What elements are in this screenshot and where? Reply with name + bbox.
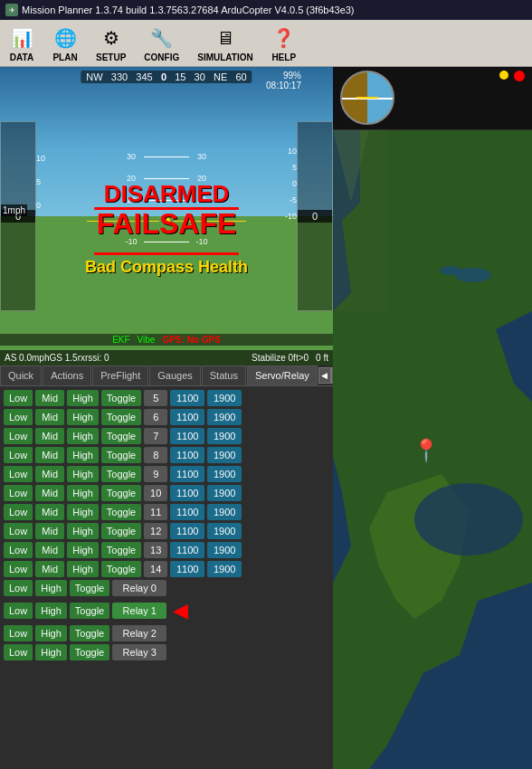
menu-simulation[interactable]: 🖥 SIMULATION [188, 25, 261, 62]
servo-13-mid-btn[interactable]: Mid [35, 542, 64, 558]
relay-1-low-btn[interactable]: Low [4, 603, 33, 619]
servo-11-low-btn[interactable]: Low [4, 504, 33, 520]
servo-13-num: 13 [144, 542, 167, 558]
relay-1-high-btn[interactable]: High [35, 603, 67, 619]
servo-8-toggle-btn[interactable]: Toggle [101, 447, 141, 463]
servo-7-mid-btn[interactable]: Mid [35, 428, 64, 444]
tab-quick[interactable]: Quick [0, 366, 42, 385]
servo-11-high-btn[interactable]: High [67, 504, 99, 520]
relay-3-low-btn[interactable]: Low [4, 644, 33, 660]
servo-5-high-btn[interactable]: High [67, 390, 99, 406]
servo-14-low-btn[interactable]: Low [4, 561, 33, 577]
setup-icon: ⚙ [99, 25, 124, 51]
plan-icon: 🌐 [52, 25, 78, 51]
servo-7-val1: 1100 [170, 428, 204, 444]
servo-7-high-btn[interactable]: High [67, 428, 99, 444]
menu-help[interactable]: ❓ HELP [262, 25, 306, 62]
menu-config[interactable]: 🔧 CONFIG [135, 25, 188, 62]
servo-12-mid-btn[interactable]: Mid [35, 523, 64, 539]
relay-3-btn[interactable]: Relay 3 [112, 644, 166, 660]
relay-2-high-btn[interactable]: High [35, 625, 67, 641]
servo-6-val2: 1900 [207, 409, 242, 425]
servo-12-low-btn[interactable]: Low [4, 523, 33, 539]
relay-3-toggle-btn[interactable]: Toggle [70, 644, 109, 660]
svg-point-3 [414, 483, 523, 555]
servo-row-9: Low Mid High Toggle 9 1100 1900 [4, 466, 329, 482]
tab-actions[interactable]: Actions [43, 366, 91, 385]
relay-0-btn[interactable]: Relay 0 [112, 580, 166, 596]
servo-10-high-btn[interactable]: High [67, 485, 99, 501]
servo-7-toggle-btn[interactable]: Toggle [101, 428, 141, 444]
tab-status[interactable]: Status [202, 366, 246, 385]
menu-config-label: CONFIG [144, 52, 179, 62]
tab-gauges[interactable]: Gauges [149, 366, 201, 385]
servo-6-low-btn[interactable]: Low [4, 409, 33, 425]
battery-label: 99% [266, 71, 301, 81]
hud-rxrssi-label: rxrssi: 0 [78, 353, 109, 363]
relay-1-toggle-btn[interactable]: Toggle [70, 603, 109, 619]
help-icon: ❓ [271, 25, 297, 51]
servo-6-mid-btn[interactable]: Mid [35, 409, 64, 425]
servo-10-mid-btn[interactable]: Mid [35, 485, 64, 501]
servo-row-6: Low Mid High Toggle 6 1100 1900 [4, 409, 329, 425]
servo-12-toggle-btn[interactable]: Toggle [101, 523, 141, 539]
tab-scroll-left[interactable]: ◀ [318, 367, 331, 384]
tab-preflight[interactable]: PreFlight [92, 366, 148, 385]
servo-8-mid-btn[interactable]: Mid [35, 447, 64, 463]
servo-6-high-btn[interactable]: High [67, 409, 99, 425]
servo-8-val1: 1100 [170, 447, 204, 463]
servo-11-val1: 1100 [170, 504, 204, 520]
relay-0-toggle-btn[interactable]: Toggle [70, 580, 109, 596]
servo-9-mid-btn[interactable]: Mid [35, 466, 64, 482]
servo-11-toggle-btn[interactable]: Toggle [101, 504, 141, 520]
map-area[interactable]: 📍 [333, 130, 532, 769]
servo-10-low-btn[interactable]: Low [4, 485, 33, 501]
relay-0-high-btn[interactable]: High [35, 580, 67, 596]
tab-servo-relay[interactable]: Servo/Relay [247, 366, 318, 385]
data-icon: 📊 [9, 25, 34, 51]
hud-ekf-row: EKF Vibe GPS: No GPS [0, 334, 333, 346]
hud-gs-label: GS 1.5 [49, 353, 77, 363]
servo-13-low-btn[interactable]: Low [4, 542, 33, 558]
servo-5-mid-btn[interactable]: Mid [35, 390, 64, 406]
servo-14-mid-btn[interactable]: Mid [35, 561, 64, 577]
servo-9-high-btn[interactable]: High [67, 466, 99, 482]
left-panel: NW 330 345 0 15 30 NE 60 99% 08:10:17 0 … [0, 67, 333, 769]
relay-2-low-btn[interactable]: Low [4, 625, 33, 641]
servo-5-low-btn[interactable]: Low [4, 390, 33, 406]
servo-9-low-btn[interactable]: Low [4, 466, 33, 482]
servo-6-toggle-btn[interactable]: Toggle [101, 409, 141, 425]
servo-8-val2: 1900 [207, 447, 242, 463]
menu-help-label: HELP [271, 52, 296, 62]
servo-5-toggle-btn[interactable]: Toggle [101, 390, 141, 406]
servo-14-toggle-btn[interactable]: Toggle [101, 561, 141, 577]
menu-setup[interactable]: ⚙ SETUP [87, 25, 135, 62]
relay-row-0: Low High Toggle Relay 0 [4, 580, 329, 596]
relay-2-toggle-btn[interactable]: Toggle [70, 625, 109, 641]
servo-11-mid-btn[interactable]: Mid [35, 504, 64, 520]
relay-3-high-btn[interactable]: High [35, 644, 67, 660]
config-icon: 🔧 [149, 25, 175, 51]
menu-data[interactable]: 📊 DATA [0, 25, 43, 62]
simulation-icon: 🖥 [213, 25, 238, 51]
hud-alt-value: 0 [298, 210, 332, 223]
servo-13-high-btn[interactable]: High [67, 542, 99, 558]
app-title: Mission Planner 1.3.74 build 1.3.7563.27… [22, 5, 355, 15]
servo-8-num: 8 [144, 447, 167, 463]
relay-0-low-btn[interactable]: Low [4, 580, 33, 596]
hud-display: NW 330 345 0 15 30 NE 60 99% 08:10:17 0 … [0, 67, 333, 366]
servo-10-toggle-btn[interactable]: Toggle [101, 485, 141, 501]
servo-7-low-btn[interactable]: Low [4, 428, 33, 444]
servo-12-high-btn[interactable]: High [67, 523, 99, 539]
servo-8-high-btn[interactable]: High [67, 447, 99, 463]
relay-row-3: Low High Toggle Relay 3 [4, 644, 329, 660]
servo-row-12: Low Mid High Toggle 12 1100 1900 [4, 523, 329, 539]
relay-1-btn[interactable]: Relay 1 [112, 603, 166, 619]
ai-center-mark [356, 97, 378, 99]
servo-8-low-btn[interactable]: Low [4, 447, 33, 463]
servo-13-toggle-btn[interactable]: Toggle [101, 542, 141, 558]
servo-9-toggle-btn[interactable]: Toggle [101, 466, 141, 482]
servo-14-high-btn[interactable]: High [67, 561, 99, 577]
menu-plan[interactable]: 🌐 PLAN [43, 25, 87, 62]
relay-2-btn[interactable]: Relay 2 [112, 625, 166, 641]
